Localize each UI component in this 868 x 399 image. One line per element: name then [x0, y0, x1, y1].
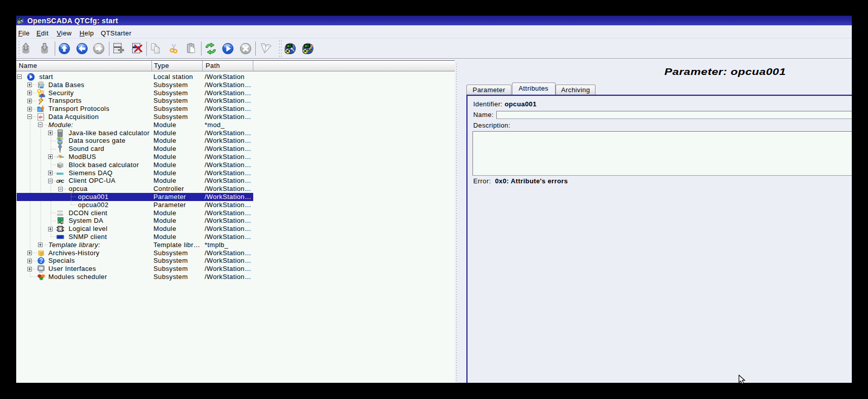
svg-text:DCON: DCON	[57, 213, 64, 216]
svg-text:OPC: OPC	[56, 179, 64, 184]
svg-text:?: ?	[39, 258, 43, 265]
svg-text:SNMP: SNMP	[57, 235, 63, 238]
svg-text:SIEMENS: SIEMENS	[56, 172, 64, 175]
